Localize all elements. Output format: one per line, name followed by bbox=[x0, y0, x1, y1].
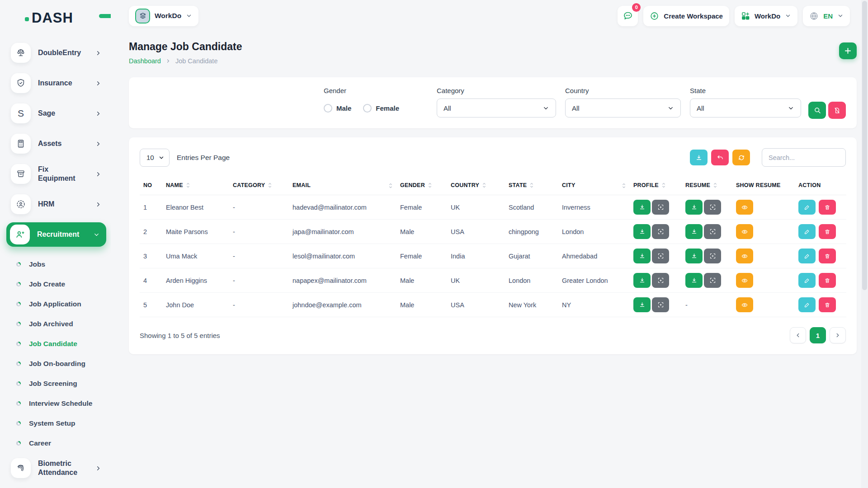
edit-button[interactable] bbox=[798, 200, 816, 215]
delete-button[interactable] bbox=[819, 249, 836, 263]
scrollbar[interactable] bbox=[861, 0, 868, 488]
apply-filter-button[interactable] bbox=[808, 102, 826, 119]
profile-download-button[interactable] bbox=[633, 297, 651, 312]
sidebar-item-system-setup[interactable]: System Setup bbox=[13, 413, 106, 433]
sidebar-item-job-candidate[interactable]: Job Candidate bbox=[13, 334, 106, 354]
edit-button[interactable] bbox=[798, 297, 816, 312]
show-resume-button[interactable] bbox=[736, 249, 753, 263]
edit-button[interactable] bbox=[798, 224, 816, 239]
refresh-button[interactable] bbox=[732, 150, 750, 165]
pagination-next-button[interactable] bbox=[830, 327, 846, 343]
show-resume-button[interactable] bbox=[736, 273, 753, 288]
column-state[interactable]: STATE bbox=[505, 177, 558, 195]
column-email[interactable]: EMAIL bbox=[289, 177, 396, 195]
column-no: NO bbox=[140, 177, 162, 195]
gender-male-radio[interactable]: Male bbox=[324, 104, 351, 113]
sidebar-item-assets[interactable]: Assets bbox=[6, 131, 106, 156]
sidebar-item-fix-equipment[interactable]: Fix Equipment bbox=[6, 162, 106, 186]
sidebar-item-job-archived[interactable]: Job Archived bbox=[13, 314, 106, 334]
gender-female-radio[interactable]: Female bbox=[363, 104, 399, 113]
profile-download-button[interactable] bbox=[633, 249, 651, 263]
undo-arrow-icon bbox=[717, 154, 724, 161]
profile-scan-button[interactable] bbox=[652, 297, 669, 312]
profile-scan-button[interactable] bbox=[652, 249, 669, 263]
profile-download-button[interactable] bbox=[633, 224, 651, 239]
column-name[interactable]: NAME bbox=[162, 177, 229, 195]
sidebar-item-biometric-attendance[interactable]: Biometric Attendance bbox=[6, 456, 106, 480]
create-workspace-button[interactable]: Create Workspace bbox=[643, 6, 729, 26]
entries-per-page-select[interactable]: 10 bbox=[140, 149, 170, 167]
column-profile[interactable]: PROFILE bbox=[630, 177, 682, 195]
female-label: Female bbox=[376, 104, 399, 112]
workdo-menu-button[interactable]: WorkDo bbox=[735, 6, 797, 26]
sidebar-item-recruitment[interactable]: Recruitment bbox=[6, 222, 106, 247]
edit-button[interactable] bbox=[798, 273, 816, 288]
pagination-prev-button[interactable] bbox=[790, 327, 806, 343]
cell-action bbox=[795, 268, 846, 293]
sidebar-item-sage[interactable]: S Sage bbox=[6, 101, 106, 126]
cell-action bbox=[795, 220, 846, 244]
table-search-input[interactable] bbox=[762, 148, 846, 167]
messages-button[interactable]: 0 bbox=[618, 6, 638, 26]
column-country[interactable]: COUNTRY bbox=[447, 177, 505, 195]
sidebar-item-hrm[interactable]: HRM bbox=[6, 192, 106, 216]
add-candidate-button[interactable] bbox=[839, 42, 857, 59]
column-resume[interactable]: RESUME bbox=[682, 177, 732, 195]
chevron-right-icon bbox=[95, 110, 102, 117]
country-select[interactable]: All bbox=[565, 99, 681, 117]
sidebar-item-job-screening[interactable]: Job Screening bbox=[13, 374, 106, 394]
sidebar-item-job-application[interactable]: Job Application bbox=[13, 294, 106, 314]
workspace-switcher[interactable]: WorkDo bbox=[129, 6, 198, 26]
sidebar-item-insurance[interactable]: Insurance bbox=[6, 71, 106, 95]
column-city[interactable]: CITY bbox=[558, 177, 630, 195]
resume-download-button[interactable] bbox=[685, 249, 703, 263]
undo-button[interactable] bbox=[711, 150, 729, 165]
main: WorkDo 0 Create Workspace bbox=[111, 0, 868, 488]
cell-category: - bbox=[229, 195, 289, 220]
state-select[interactable]: All bbox=[690, 99, 801, 117]
export-button[interactable] bbox=[690, 150, 708, 165]
cell-no: 1 bbox=[140, 195, 162, 220]
cell-resume bbox=[682, 195, 732, 220]
profile-scan-button[interactable] bbox=[652, 273, 669, 288]
sidebar-item-career[interactable]: Career bbox=[13, 433, 106, 453]
cell-profile bbox=[630, 195, 682, 220]
show-resume-button[interactable] bbox=[736, 297, 753, 312]
scrollbar-thumb[interactable] bbox=[862, 1, 867, 290]
profile-download-button[interactable] bbox=[633, 273, 651, 288]
language-selector[interactable]: EN bbox=[803, 6, 850, 26]
delete-button[interactable] bbox=[819, 273, 836, 288]
reset-filter-button[interactable] bbox=[828, 102, 846, 119]
sidebar-item-job-create[interactable]: Job Create bbox=[13, 274, 106, 294]
breadcrumb-dashboard-link[interactable]: Dashboard bbox=[129, 57, 161, 65]
delete-button[interactable] bbox=[819, 200, 836, 215]
sidebar-item-procurement[interactable]: Procurement bbox=[6, 486, 106, 488]
column-category[interactable]: CATEGORY bbox=[229, 177, 289, 195]
resume-download-button[interactable] bbox=[685, 200, 703, 215]
pencil-icon bbox=[804, 302, 810, 308]
profile-download-button[interactable] bbox=[633, 200, 651, 215]
resume-scan-button[interactable] bbox=[704, 224, 721, 239]
sidebar-item-doubleentry[interactable]: DoubleEntry bbox=[6, 41, 106, 65]
column-gender[interactable]: GENDER bbox=[396, 177, 447, 195]
sidebar-item-interview-schedule[interactable]: Interview Schedule bbox=[13, 394, 106, 413]
resume-scan-button[interactable] bbox=[704, 273, 721, 288]
sidebar-item-job-onboarding[interactable]: Job On-boarding bbox=[13, 354, 106, 374]
pagination-page-1[interactable]: 1 bbox=[810, 327, 826, 343]
delete-button[interactable] bbox=[819, 297, 836, 312]
profile-scan-button[interactable] bbox=[652, 200, 669, 215]
profile-scan-button[interactable] bbox=[652, 224, 669, 239]
resume-scan-button[interactable] bbox=[704, 200, 721, 215]
show-resume-button[interactable] bbox=[736, 224, 753, 239]
edit-button[interactable] bbox=[798, 249, 816, 263]
breadcrumb-separator-icon bbox=[165, 58, 171, 64]
brand-logo[interactable]: DASH bbox=[0, 6, 111, 34]
sidebar-item-jobs[interactable]: Jobs bbox=[13, 254, 106, 274]
delete-button[interactable] bbox=[819, 224, 836, 239]
category-select[interactable]: All bbox=[437, 99, 556, 117]
show-resume-button[interactable] bbox=[736, 200, 753, 215]
resume-scan-button[interactable] bbox=[704, 249, 721, 263]
resume-download-button[interactable] bbox=[685, 273, 703, 288]
cell-profile bbox=[630, 293, 682, 317]
resume-download-button[interactable] bbox=[685, 224, 703, 239]
